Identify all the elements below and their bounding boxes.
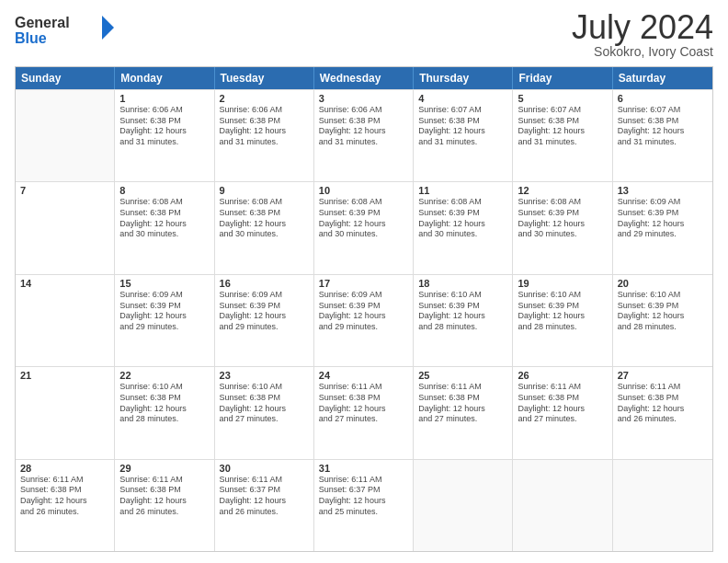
day-info: Sunrise: 6:08 AM Sunset: 6:39 PM Dayligh… [518,197,607,240]
logo: General Blue [15,11,116,48]
day-number: 30 [220,463,309,474]
week-row-4: 2122Sunrise: 6:10 AM Sunset: 6:38 PM Day… [16,366,712,458]
cal-cell-w5-d7 [613,460,712,551]
day-number: 28 [20,463,109,474]
day-number: 29 [119,463,209,474]
day-info: Sunrise: 6:11 AM Sunset: 6:38 PM Dayligh… [319,382,408,425]
day-info: Sunrise: 6:07 AM Sunset: 6:38 PM Dayligh… [618,105,708,148]
week-row-1: 1Sunrise: 6:06 AM Sunset: 6:38 PM Daylig… [16,89,712,181]
day-info: Sunrise: 6:11 AM Sunset: 6:37 PM Dayligh… [220,475,309,518]
day-info: Sunrise: 6:10 AM Sunset: 6:39 PM Dayligh… [618,290,708,333]
cal-cell-w2-d3: 9Sunrise: 6:08 AM Sunset: 6:38 PM Daylig… [215,182,314,273]
header-monday: Monday [115,67,214,89]
week-row-3: 1415Sunrise: 6:09 AM Sunset: 6:39 PM Day… [16,274,712,366]
day-number: 26 [518,370,607,381]
day-number: 3 [319,93,408,104]
day-number: 13 [618,185,708,196]
day-number: 8 [119,185,209,196]
day-number: 31 [319,463,408,474]
page-header: General Blue July 2024 Sokokro, Ivory Co… [15,11,713,59]
cal-cell-w5-d1: 28Sunrise: 6:11 AM Sunset: 6:38 PM Dayli… [16,460,115,551]
cal-cell-w4-d4: 24Sunrise: 6:11 AM Sunset: 6:38 PM Dayli… [314,367,414,458]
day-number: 27 [618,370,708,381]
header-saturday: Saturday [613,67,712,89]
calendar-header: SundayMondayTuesdayWednesdayThursdayFrid… [16,67,712,89]
cal-cell-w3-d3: 16Sunrise: 6:09 AM Sunset: 6:39 PM Dayli… [215,275,314,366]
cal-cell-w3-d5: 18Sunrise: 6:10 AM Sunset: 6:39 PM Dayli… [414,275,513,366]
header-sunday: Sunday [16,67,115,89]
day-info: Sunrise: 6:07 AM Sunset: 6:38 PM Dayligh… [518,105,607,148]
cal-cell-w2-d1: 7 [16,182,115,273]
day-info: Sunrise: 6:06 AM Sunset: 6:38 PM Dayligh… [119,105,209,148]
cal-cell-w3-d2: 15Sunrise: 6:09 AM Sunset: 6:39 PM Dayli… [115,275,214,366]
cal-cell-w1-d5: 4Sunrise: 6:07 AM Sunset: 6:38 PM Daylig… [414,90,513,181]
header-thursday: Thursday [414,67,513,89]
cal-cell-w3-d4: 17Sunrise: 6:09 AM Sunset: 6:39 PM Dayli… [314,275,414,366]
cal-cell-w4-d5: 25Sunrise: 6:11 AM Sunset: 6:38 PM Dayli… [414,367,513,458]
day-info: Sunrise: 6:09 AM Sunset: 6:39 PM Dayligh… [119,290,209,333]
header-tuesday: Tuesday [215,67,314,89]
day-info: Sunrise: 6:08 AM Sunset: 6:38 PM Dayligh… [119,197,209,240]
day-info: Sunrise: 6:11 AM Sunset: 6:38 PM Dayligh… [119,475,209,518]
week-row-5: 28Sunrise: 6:11 AM Sunset: 6:38 PM Dayli… [16,459,712,551]
day-number: 14 [20,278,109,289]
day-info: Sunrise: 6:06 AM Sunset: 6:38 PM Dayligh… [319,105,408,148]
title-section: July 2024 Sokokro, Ivory Coast [572,11,713,59]
cal-cell-w1-d6: 5Sunrise: 6:07 AM Sunset: 6:38 PM Daylig… [513,90,612,181]
day-number: 21 [20,370,109,381]
cal-cell-w3-d7: 20Sunrise: 6:10 AM Sunset: 6:39 PM Dayli… [613,275,712,366]
day-info: Sunrise: 6:08 AM Sunset: 6:39 PM Dayligh… [418,197,507,240]
cal-cell-w1-d1 [16,90,115,181]
day-number: 6 [618,93,708,104]
day-info: Sunrise: 6:06 AM Sunset: 6:38 PM Dayligh… [220,105,309,148]
day-info: Sunrise: 6:08 AM Sunset: 6:39 PM Dayligh… [319,197,408,240]
day-info: Sunrise: 6:10 AM Sunset: 6:39 PM Dayligh… [518,290,607,333]
logo-svg: General Blue [15,11,116,48]
day-info: Sunrise: 6:10 AM Sunset: 6:38 PM Dayligh… [119,382,209,425]
day-number: 25 [418,370,507,381]
cal-cell-w1-d4: 3Sunrise: 6:06 AM Sunset: 6:38 PM Daylig… [314,90,414,181]
cal-cell-w2-d7: 13Sunrise: 6:09 AM Sunset: 6:39 PM Dayli… [613,182,712,273]
header-wednesday: Wednesday [314,67,414,89]
day-info: Sunrise: 6:11 AM Sunset: 6:37 PM Dayligh… [319,475,408,518]
cal-cell-w5-d2: 29Sunrise: 6:11 AM Sunset: 6:38 PM Dayli… [115,460,214,551]
day-number: 15 [119,278,209,289]
cal-cell-w4-d1: 21 [16,367,115,458]
day-info: Sunrise: 6:10 AM Sunset: 6:39 PM Dayligh… [418,290,507,333]
cal-cell-w1-d7: 6Sunrise: 6:07 AM Sunset: 6:38 PM Daylig… [613,90,712,181]
day-number: 22 [119,370,209,381]
day-number: 7 [20,185,109,196]
day-number: 16 [220,278,309,289]
day-info: Sunrise: 6:11 AM Sunset: 6:38 PM Dayligh… [20,475,109,518]
svg-text:Blue: Blue [15,30,47,46]
cal-cell-w5-d3: 30Sunrise: 6:11 AM Sunset: 6:37 PM Dayli… [215,460,314,551]
cal-cell-w4-d3: 23Sunrise: 6:10 AM Sunset: 6:38 PM Dayli… [215,367,314,458]
day-info: Sunrise: 6:11 AM Sunset: 6:38 PM Dayligh… [618,382,708,425]
day-info: Sunrise: 6:11 AM Sunset: 6:38 PM Dayligh… [418,382,507,425]
day-info: Sunrise: 6:09 AM Sunset: 6:39 PM Dayligh… [618,197,708,240]
day-number: 9 [220,185,309,196]
day-number: 5 [518,93,607,104]
day-number: 2 [220,93,309,104]
day-number: 19 [518,278,607,289]
cal-cell-w5-d5 [414,460,513,551]
cal-cell-w2-d2: 8Sunrise: 6:08 AM Sunset: 6:38 PM Daylig… [115,182,214,273]
day-number: 24 [319,370,408,381]
cal-cell-w5-d4: 31Sunrise: 6:11 AM Sunset: 6:37 PM Dayli… [314,460,414,551]
day-info: Sunrise: 6:09 AM Sunset: 6:39 PM Dayligh… [319,290,408,333]
day-number: 4 [418,93,507,104]
cal-cell-w4-d7: 27Sunrise: 6:11 AM Sunset: 6:38 PM Dayli… [613,367,712,458]
cal-cell-w2-d6: 12Sunrise: 6:08 AM Sunset: 6:39 PM Dayli… [513,182,612,273]
calendar-body: 1Sunrise: 6:06 AM Sunset: 6:38 PM Daylig… [16,89,712,551]
day-number: 11 [418,185,507,196]
day-info: Sunrise: 6:10 AM Sunset: 6:38 PM Dayligh… [220,382,309,425]
day-info: Sunrise: 6:11 AM Sunset: 6:38 PM Dayligh… [518,382,607,425]
cal-cell-w1-d3: 2Sunrise: 6:06 AM Sunset: 6:38 PM Daylig… [215,90,314,181]
day-number: 12 [518,185,607,196]
cal-cell-w1-d2: 1Sunrise: 6:06 AM Sunset: 6:38 PM Daylig… [115,90,214,181]
day-number: 20 [618,278,708,289]
cal-cell-w2-d4: 10Sunrise: 6:08 AM Sunset: 6:39 PM Dayli… [314,182,414,273]
day-number: 18 [418,278,507,289]
cal-cell-w4-d2: 22Sunrise: 6:10 AM Sunset: 6:38 PM Dayli… [115,367,214,458]
header-friday: Friday [513,67,612,89]
